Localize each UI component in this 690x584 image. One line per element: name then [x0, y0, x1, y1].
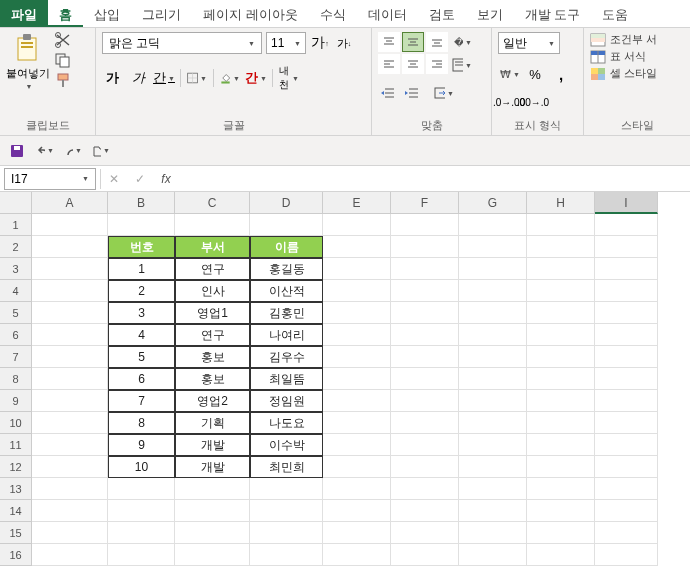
cell[interactable]	[391, 214, 459, 236]
cell[interactable]	[391, 412, 459, 434]
cell[interactable]	[32, 346, 108, 368]
increase-indent-button[interactable]	[402, 83, 422, 103]
cell[interactable]: 영업2	[175, 390, 250, 412]
cell[interactable]: 10	[108, 456, 175, 478]
cell[interactable]	[595, 522, 658, 544]
cell[interactable]	[391, 302, 459, 324]
row-header[interactable]: 7	[0, 346, 32, 368]
cell[interactable]	[595, 500, 658, 522]
cell[interactable]	[323, 412, 391, 434]
cell[interactable]	[595, 346, 658, 368]
paste-button[interactable]: 붙여넣기 ▼	[6, 32, 50, 90]
column-header-C[interactable]: C	[175, 192, 250, 214]
cell[interactable]	[250, 544, 323, 566]
increase-font-button[interactable]: 가↑	[310, 33, 330, 53]
cell[interactable]	[527, 236, 595, 258]
cell[interactable]: 연구	[175, 258, 250, 280]
row-header[interactable]: 6	[0, 324, 32, 346]
cell[interactable]	[459, 500, 527, 522]
cell[interactable]	[323, 346, 391, 368]
row-header[interactable]: 12	[0, 456, 32, 478]
column-header-G[interactable]: G	[459, 192, 527, 214]
underline-button[interactable]: 간▼	[154, 68, 174, 88]
row-header[interactable]: 13	[0, 478, 32, 500]
cell[interactable]: 개발	[175, 434, 250, 456]
row-header[interactable]: 4	[0, 280, 32, 302]
cell[interactable]	[323, 324, 391, 346]
cell[interactable]: 개발	[175, 456, 250, 478]
cell[interactable]	[175, 522, 250, 544]
cell[interactable]	[391, 258, 459, 280]
cell[interactable]: 8	[108, 412, 175, 434]
cell[interactable]	[250, 500, 323, 522]
conditional-format-button[interactable]: 조건부 서	[590, 32, 657, 47]
font-name-select[interactable]: 맑은 고딕▼	[102, 32, 262, 54]
undo-button[interactable]: ▼	[36, 142, 54, 160]
format-painter-button[interactable]	[54, 72, 72, 88]
cell[interactable]	[323, 236, 391, 258]
cell[interactable]: 최일뜸	[250, 368, 323, 390]
enter-formula-button[interactable]: ✓	[127, 169, 153, 189]
cell[interactable]	[527, 544, 595, 566]
cell[interactable]	[459, 236, 527, 258]
cell[interactable]	[595, 434, 658, 456]
cell[interactable]: 이산적	[250, 280, 323, 302]
orientation-button[interactable]: �▼	[452, 32, 472, 52]
tab-home[interactable]: 홈	[48, 0, 83, 27]
border-button[interactable]: ▼	[187, 68, 207, 88]
column-header-H[interactable]: H	[527, 192, 595, 214]
cell[interactable]	[175, 478, 250, 500]
cell[interactable]	[32, 280, 108, 302]
cell[interactable]	[595, 258, 658, 280]
cell[interactable]	[527, 434, 595, 456]
cell[interactable]	[323, 368, 391, 390]
cell[interactable]: 5	[108, 346, 175, 368]
currency-button[interactable]: ₩▼	[498, 64, 520, 84]
tab-review[interactable]: 검토	[418, 0, 466, 27]
cell[interactable]	[108, 214, 175, 236]
formula-input[interactable]	[179, 168, 690, 190]
cell[interactable]	[323, 280, 391, 302]
font-size-select[interactable]: 11▼	[266, 32, 306, 54]
row-header[interactable]: 11	[0, 434, 32, 456]
cell[interactable]	[323, 214, 391, 236]
cell[interactable]	[391, 368, 459, 390]
column-header-F[interactable]: F	[391, 192, 459, 214]
cell[interactable]	[32, 434, 108, 456]
align-top-button[interactable]	[378, 32, 400, 52]
column-header-E[interactable]: E	[323, 192, 391, 214]
column-header-B[interactable]: B	[108, 192, 175, 214]
cell[interactable]: 3	[108, 302, 175, 324]
cell[interactable]	[32, 412, 108, 434]
cell[interactable]	[459, 544, 527, 566]
cell[interactable]	[391, 522, 459, 544]
cell[interactable]	[527, 390, 595, 412]
tab-help[interactable]: 도움	[591, 0, 639, 27]
decrease-font-button[interactable]: 가↓	[334, 33, 354, 53]
cell[interactable]	[459, 280, 527, 302]
cell[interactable]	[459, 302, 527, 324]
copy-button[interactable]	[54, 52, 72, 68]
cell[interactable]: 7	[108, 390, 175, 412]
cell[interactable]: 최민희	[250, 456, 323, 478]
cell[interactable]: 홍보	[175, 346, 250, 368]
cell[interactable]	[250, 522, 323, 544]
cell[interactable]	[595, 280, 658, 302]
row-header[interactable]: 1	[0, 214, 32, 236]
cell[interactable]	[391, 500, 459, 522]
comma-button[interactable]: ,	[550, 64, 572, 84]
row-header[interactable]: 16	[0, 544, 32, 566]
cut-button[interactable]	[54, 32, 72, 48]
cell[interactable]	[459, 434, 527, 456]
cell[interactable]	[459, 390, 527, 412]
cell[interactable]	[323, 302, 391, 324]
cell[interactable]	[459, 324, 527, 346]
cell[interactable]: 부서	[175, 236, 250, 258]
cell[interactable]	[32, 390, 108, 412]
cell[interactable]	[391, 280, 459, 302]
cell[interactable]	[595, 368, 658, 390]
cell[interactable]: 4	[108, 324, 175, 346]
cell[interactable]	[32, 214, 108, 236]
cell[interactable]	[459, 456, 527, 478]
cell[interactable]	[391, 456, 459, 478]
